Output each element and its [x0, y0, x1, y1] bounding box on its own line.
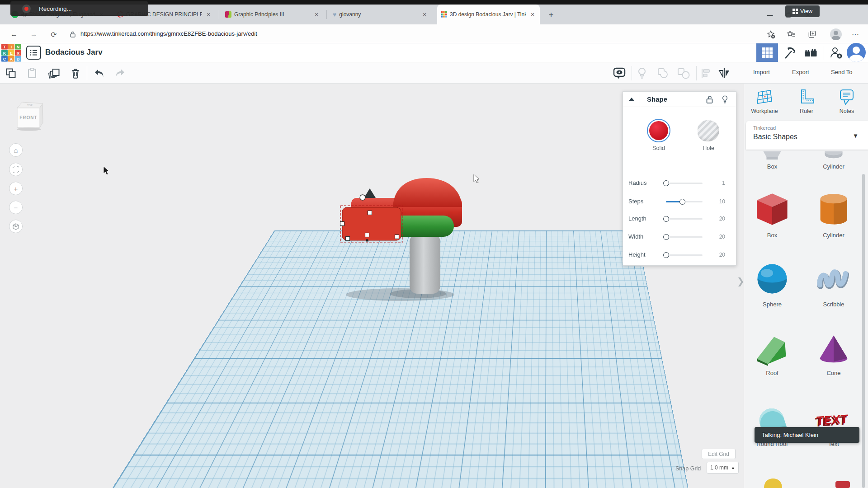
- favorites-list-icon[interactable]: [786, 29, 797, 40]
- slider-value[interactable]: 10: [712, 198, 725, 205]
- slider-width: Width 20: [623, 230, 737, 243]
- solid-material-button[interactable]: [647, 119, 670, 142]
- hole-material-button[interactable]: [698, 120, 719, 141]
- midpoint-handle[interactable]: [366, 239, 368, 242]
- dashboard-grid-button[interactable]: [756, 43, 778, 62]
- slider-track[interactable]: [666, 254, 703, 256]
- slider-value[interactable]: 1: [712, 180, 725, 186]
- align-button[interactable]: [700, 67, 712, 79]
- new-tab-button[interactable]: +: [545, 9, 557, 21]
- edit-grid-button[interactable]: Edit Grid: [702, 449, 736, 459]
- slider-length: Length 20: [623, 212, 737, 225]
- paste-button[interactable]: [26, 67, 38, 79]
- rotate-handle[interactable]: [360, 195, 365, 200]
- export-button[interactable]: Export: [792, 69, 809, 75]
- import-button[interactable]: Import: [753, 69, 770, 75]
- slider-track[interactable]: [666, 183, 703, 184]
- redo-button[interactable]: [114, 67, 127, 79]
- shape-partial-next-right[interactable]: [833, 479, 853, 488]
- talking-tooltip: Talking: Michael Klein: [755, 427, 859, 443]
- shape-library-dropdown[interactable]: Tinkercad Basic Shapes ▼: [746, 121, 868, 150]
- shape-roof[interactable]: [753, 331, 791, 369]
- slider-value[interactable]: 20: [712, 216, 725, 222]
- ungroup-button[interactable]: [677, 67, 690, 79]
- slider-radius: Radius 1: [623, 177, 737, 189]
- collapse-panel-chevron[interactable]: ❯: [737, 276, 744, 286]
- send-to-button[interactable]: Send To: [831, 69, 852, 75]
- lock-shape-icon[interactable]: [704, 95, 714, 104]
- forward-button[interactable]: →: [28, 28, 40, 40]
- shape-partial-next-left[interactable]: [762, 478, 784, 488]
- notes-tool[interactable]: Notes: [826, 88, 867, 114]
- show-all-button[interactable]: [613, 67, 626, 79]
- undo-button[interactable]: [93, 67, 105, 79]
- hide-shape-icon[interactable]: [720, 95, 730, 104]
- delete-button[interactable]: [69, 67, 82, 79]
- ruler-tool[interactable]: Ruler: [786, 88, 827, 114]
- snap-grid-dropdown[interactable]: 1.0 mm ▲: [707, 462, 739, 474]
- back-button[interactable]: ←: [8, 28, 20, 40]
- tab-tinkercad-active[interactable]: 3D design Bodacious Jarv | Tinke ✕: [437, 5, 540, 24]
- slider-value[interactable]: 20: [712, 252, 725, 258]
- tab-title: 3D design Bodacious Jarv | Tinke: [450, 11, 526, 18]
- shape-partial-cylinder[interactable]: [821, 151, 846, 162]
- design-title[interactable]: Bodacious Jarv: [45, 48, 103, 57]
- red-dome-shape[interactable]: [393, 178, 462, 207]
- browser-profile-avatar[interactable]: [830, 28, 842, 40]
- model-3d[interactable]: [335, 172, 484, 307]
- brick-icon[interactable]: [803, 45, 818, 61]
- duplicate-button[interactable]: [48, 67, 61, 79]
- copy-button[interactable]: [5, 67, 17, 79]
- slider-value[interactable]: 20: [712, 234, 725, 240]
- perspective-toggle-button[interactable]: [9, 220, 23, 233]
- light-button[interactable]: [636, 67, 648, 79]
- tab-graphic-principles[interactable]: Graphic Principles III ✕: [222, 5, 324, 24]
- tab-close-icon[interactable]: ✕: [313, 11, 320, 18]
- zoom-in-button[interactable]: +: [9, 182, 23, 195]
- add-favorite-icon[interactable]: [765, 29, 776, 40]
- slider-knob[interactable]: [663, 234, 669, 240]
- browser-menu-icon[interactable]: ···: [850, 29, 861, 40]
- tab-close-icon[interactable]: ✕: [529, 11, 536, 18]
- user-avatar[interactable]: [847, 43, 866, 62]
- tab-title: Graphic Principles III: [234, 11, 310, 18]
- tab-giovanny[interactable]: ♥ giovanny ✕: [329, 5, 432, 24]
- slider-knob[interactable]: [663, 180, 669, 186]
- group-button[interactable]: [656, 67, 669, 79]
- slider-knob[interactable]: [663, 216, 669, 222]
- slider-knob[interactable]: [679, 199, 685, 205]
- workplane-tool[interactable]: Workplane: [744, 88, 785, 114]
- collections-icon[interactable]: [807, 29, 817, 40]
- slider-track[interactable]: [666, 218, 703, 220]
- sidebar-scrollbar[interactable]: [862, 174, 865, 488]
- tab-title: giovanny: [339, 11, 418, 18]
- shape-scribble[interactable]: [815, 260, 853, 298]
- lock-icon[interactable]: [67, 28, 79, 40]
- recording-overlay[interactable]: Recording...: [10, 1, 148, 16]
- shape-partial-box[interactable]: [760, 151, 785, 162]
- zoom-out-button[interactable]: −: [9, 201, 23, 214]
- shape-cone[interactable]: [815, 331, 853, 369]
- view-overlay[interactable]: View: [785, 5, 820, 17]
- refresh-button[interactable]: ⟳: [48, 28, 60, 40]
- collapse-panel-button[interactable]: [623, 92, 640, 107]
- minecraft-pickaxe-icon[interactable]: [781, 45, 797, 61]
- invite-user-icon[interactable]: [828, 45, 844, 61]
- home-view-button[interactable]: ⌂: [9, 143, 23, 157]
- fit-view-button[interactable]: [9, 163, 23, 176]
- tinkercad-logo[interactable]: TINKERCAD: [1, 44, 21, 62]
- shape-cylinder[interactable]: [815, 191, 853, 229]
- view-cube[interactable]: TOP FRONT: [14, 100, 45, 131]
- minimize-button[interactable]: —: [763, 9, 777, 20]
- mirror-button[interactable]: [718, 67, 731, 79]
- shape-box[interactable]: [753, 190, 791, 228]
- tab-close-icon[interactable]: ✕: [421, 11, 428, 18]
- gray-leg-shape[interactable]: [410, 234, 440, 294]
- design-menu-button[interactable]: [26, 46, 41, 60]
- shape-sphere[interactable]: [753, 260, 791, 298]
- move-arrow-handle[interactable]: [364, 188, 376, 198]
- url-field[interactable]: https://www.tinkercad.com/things/gmrxcE8…: [80, 30, 257, 37]
- tab-close-icon[interactable]: ✕: [205, 11, 212, 18]
- slider-track[interactable]: [666, 236, 703, 238]
- slider-knob[interactable]: [663, 252, 669, 258]
